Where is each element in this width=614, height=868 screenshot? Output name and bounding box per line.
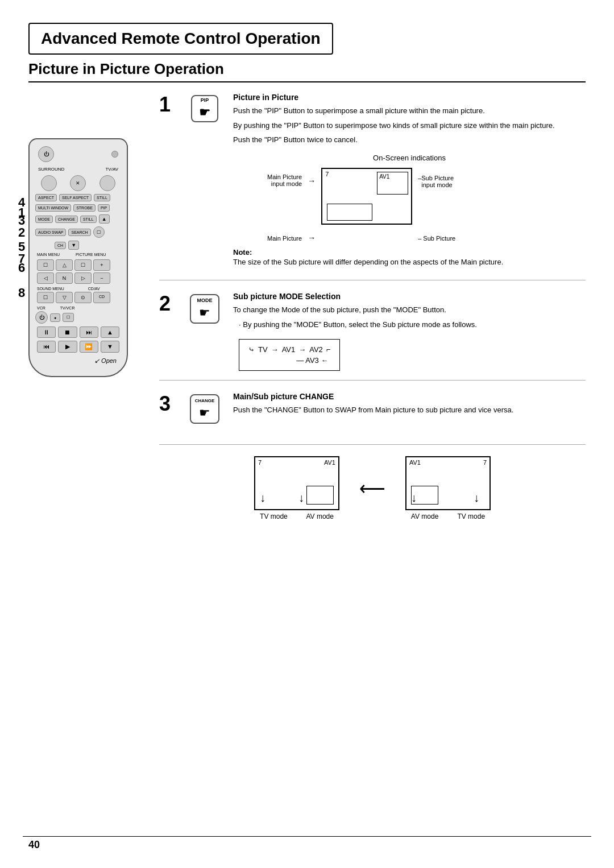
tv-av-label: TV/AV [105,167,118,172]
instruction-3: 3 CHANGE ☛ Main/Sub picture CHANGE Push … [159,392,586,433]
nav-btn-1[interactable]: ☐ [37,259,54,271]
left-screen-label: TV mode AV mode [260,512,334,520]
left-down-arrow: ↓ [260,491,265,505]
nav-left[interactable]: ◁ [37,272,54,284]
instruction-3-text: Main/Sub picture CHANGE Push the "CHANGE… [233,392,586,424]
cd-av-btn[interactable]: CD [93,292,110,303]
tv-av-button[interactable] [99,175,115,191]
flow-av3: — AV3 ← [296,356,328,365]
circle-btn-2[interactable]: ☐ [93,226,105,238]
surround-button[interactable] [41,175,57,191]
mode-para-1: To change the Mode of the sub picture, p… [233,304,586,316]
sound-label-row: SOUND MENU CD/AV [35,287,121,291]
left-screen-wrapper: 7 AV1 ↓ ↓ TV mode AV mode [254,456,339,520]
main-layout: ⏻ SURROUND TV/AV ✕ 4 [28,93,586,532]
instruction-2-text: Sub picture MODE Selection To change the… [233,292,586,371]
label-row-1: SURROUND TV/AV [35,167,121,172]
row-mode: 3 MODE CHANGE STILL ▲ [35,214,121,224]
vcr-buttons: ⏻ ● ☐ [35,311,121,324]
search-button[interactable]: SEARCH [68,229,90,236]
nav-up[interactable]: △ [56,259,73,271]
flow-arrow-2: → [298,345,306,354]
nav-down[interactable]: ▽ [56,292,73,303]
rec-btn[interactable]: ● [50,313,60,322]
arrow-2: → [308,234,316,242]
mode-button[interactable]: MODE [35,216,53,223]
play-btn[interactable]: ▶ [58,341,77,353]
audio-buttons: AUDIO SWAP SEARCH ☐ [35,226,121,238]
flow-av2: AV2 [309,345,323,354]
sound-menu-label: SOUND MENU [37,287,64,291]
row-label-8: 8 [18,286,25,300]
sound-btn-1[interactable]: ☐ [37,292,54,303]
flow-tv: TV [258,345,268,354]
mode-label: MODE [197,297,213,303]
self-aspect-button[interactable]: SELF ASPECT [59,194,92,201]
window-buttons: MULTI WINDOW STROBE PIP [35,204,121,212]
change-button[interactable]: CHANGE [55,216,78,223]
instruction-1: 1 PIP ☛ Picture in Picture Push the "PIP… [159,93,586,280]
right-content: 1 PIP ☛ Picture in Picture Push the "PIP… [159,93,586,532]
fwd-btn[interactable]: ⏩ [80,341,98,353]
down-btn[interactable]: ▼ [101,341,119,353]
ff-btn[interactable]: ⏭ [80,326,98,338]
pip-remote-button[interactable]: PIP [98,204,110,212]
instruction-number-1: 1 [159,93,176,271]
nav-center[interactable]: N [56,272,73,284]
flow-arrow-start: ⤷ [248,345,255,354]
audio-swap-button[interactable]: AUDIO SWAP [35,229,66,236]
mode-finger-icon: ☛ [199,305,210,320]
sound-btn-3[interactable]: ⊙ [74,292,92,303]
change-icon-container: CHANGE ☛ [188,392,222,424]
menu-labels: MAIN MENU PICTURE MENU [35,253,121,257]
picture-menu-label: PICTURE MENU [76,253,106,257]
right-screen-label: AV mode TV mode [411,512,485,520]
change-title: Main/Sub picture CHANGE [233,392,586,401]
screen-num-7: 7 [325,171,329,177]
up-arrow[interactable]: ▲ [99,214,110,224]
rew-btn[interactable]: ⏮ [37,341,56,353]
row-sound: 8 SOUND MENU CD/AV ☐ ▽ ⊙ CD [35,287,121,303]
still-button[interactable]: STILL [94,194,110,201]
pip-para-1: Push the "PIP" Button to superimpose a s… [233,105,586,117]
vcr-power[interactable]: ⏻ [35,311,48,324]
cd-av-label: CD/AV [88,287,100,291]
mute-button[interactable]: ✕ [70,175,86,191]
pip-para-3: Push the "PIP" Button twice to cancel. [233,134,586,146]
nav-btn-3[interactable]: ☐ [74,259,92,271]
aspect-button[interactable]: ASPECT [35,194,57,201]
power-button[interactable]: ⏻ [38,146,54,162]
vcr-row: VCR TV/VCR ⏻ ● ☐ [35,306,121,324]
nav-pad: ☐ △ ☐ + ◁ N ▷ − [35,259,121,284]
pip-button-label: PIP [201,97,209,103]
instruction-1-text: Picture in Picture Push the "PIP" Button… [233,93,586,271]
ch-button[interactable]: CH [55,242,66,249]
vol-up[interactable]: + [93,259,110,271]
nav-right[interactable]: ▷ [74,272,92,284]
main-picture-box [327,204,372,221]
multi-window-button[interactable]: MULTI WINDOW [35,204,71,212]
vol-down[interactable]: − [93,272,110,284]
sub-picture-label: – Sub Picture [418,235,455,242]
right-screen: AV1 7 ↓ ↓ [405,456,491,510]
instruction-number-3: 3 [159,392,176,424]
left-num: 7 [258,459,262,466]
stop-btn[interactable]: ⏹ [58,326,77,338]
up-btn[interactable]: ▲ [101,326,119,338]
page-header: Advanced Remote Control Operation [41,30,321,48]
note-label: Note: [233,248,252,257]
still-button-2[interactable]: STILL [80,216,97,223]
swap-arrow: ⟵ [359,478,385,499]
remote-control: ⏻ SURROUND TV/AV ✕ 4 [28,138,128,377]
pause-btn[interactable]: ⏸ [37,326,56,338]
down-arrow[interactable]: ▼ [68,241,79,250]
flow-arrow-1: → [271,345,279,354]
left-av: AV1 [324,459,335,466]
instruction-2: 2 MODE ☛ Sub picture MODE Selection To c… [159,292,586,381]
vcr-label: VCR [37,306,45,310]
tv-vcr-btn[interactable]: ☐ [63,313,74,322]
strobe-button[interactable]: STROBE [73,204,96,212]
pip-icon-container: PIP ☛ [188,93,222,271]
main-menu-label: MAIN MENU [37,253,60,257]
page-number: 40 [28,839,40,851]
